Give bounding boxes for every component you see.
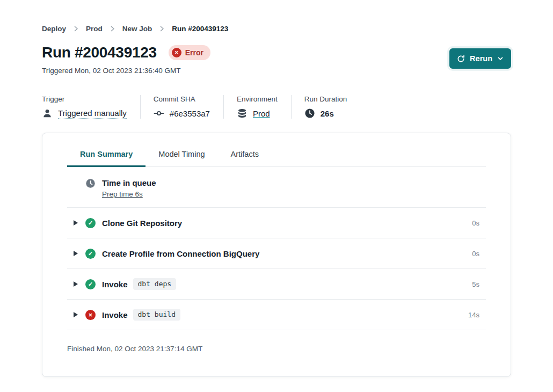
database-icon xyxy=(237,108,248,119)
chevron-right-icon xyxy=(110,26,115,32)
refresh-icon xyxy=(457,55,465,63)
tab-model-timing[interactable]: Model Timing xyxy=(145,142,217,167)
step-row-clone-git[interactable]: Clone Git Repository 0s xyxy=(67,208,486,238)
clock-icon xyxy=(304,108,315,119)
step-duration: 14s xyxy=(468,311,479,319)
triggered-timestamp: Triggered Mon, 02 Oct 2023 21:36:40 GMT xyxy=(42,67,511,75)
step-name: Create Profile from Connection BigQuery xyxy=(102,249,259,258)
caret-right-icon[interactable] xyxy=(74,220,78,226)
chevron-right-icon xyxy=(159,26,164,32)
run-details-strip: Trigger Triggered manually Commit SHA #6… xyxy=(42,95,511,119)
status-badge-label: Error xyxy=(185,48,203,57)
detail-trigger: Trigger Triggered manually xyxy=(42,95,141,119)
step-status-icon xyxy=(85,310,96,320)
rerun-button-label: Rerun xyxy=(470,54,492,63)
breadcrumb-run-current: Run #200439123 xyxy=(172,25,228,33)
detail-label: Trigger xyxy=(42,95,127,103)
detail-environment: Environment Prod xyxy=(237,95,292,119)
run-duration-value: 26s xyxy=(321,109,334,118)
user-icon xyxy=(42,108,53,119)
step-status-icon xyxy=(85,279,96,289)
step-row-dbt-build[interactable]: Invoke dbt build 14s xyxy=(67,300,486,330)
title-row: Run #200439123 Error xyxy=(42,44,511,61)
step-name: Invoke xyxy=(102,280,128,289)
detail-run-duration: Run Duration 26s xyxy=(304,95,361,119)
caret-right-icon[interactable] xyxy=(74,281,78,287)
step-status-icon xyxy=(85,249,96,259)
environment-link[interactable]: Prod xyxy=(253,109,270,118)
clock-icon xyxy=(85,178,96,188)
tab-bar: Run Summary Model Timing Artifacts xyxy=(67,142,486,167)
status-badge: Error xyxy=(169,45,210,60)
step-row-create-profile[interactable]: Create Profile from Connection BigQuery … xyxy=(67,238,486,269)
step-row-dbt-deps[interactable]: Invoke dbt deps 5s xyxy=(67,269,486,300)
detail-label: Environment xyxy=(237,95,278,103)
error-circle-icon xyxy=(172,48,181,57)
step-command-chip: dbt deps xyxy=(133,278,177,290)
step-command-chip: dbt build xyxy=(133,309,180,321)
page-title: Run #200439123 xyxy=(42,44,157,61)
step-name: Clone Git Repository xyxy=(102,219,182,228)
chevron-right-icon xyxy=(74,26,78,32)
step-duration: 0s xyxy=(472,250,479,258)
step-name: Invoke xyxy=(102,310,128,320)
breadcrumb: Deploy Prod New Job Run #200439123 xyxy=(42,25,511,33)
caret-right-icon[interactable] xyxy=(74,251,78,256)
tab-run-summary[interactable]: Run Summary xyxy=(67,142,145,167)
time-in-queue-row: Time in queue Prep time 6s xyxy=(67,167,486,208)
breadcrumb-new-job[interactable]: New Job xyxy=(122,25,152,33)
step-status-icon xyxy=(85,218,96,228)
detail-label: Commit SHA xyxy=(154,95,210,103)
finished-timestamp: Finished Mon, 02 Oct 2023 21:37:14 GMT xyxy=(67,330,486,353)
chevron-down-icon[interactable] xyxy=(497,55,504,62)
step-duration: 0s xyxy=(472,219,479,227)
prep-time-link[interactable]: Prep time 6s xyxy=(102,190,143,198)
run-summary-card: Run Summary Model Timing Artifacts Time … xyxy=(42,133,511,377)
commit-sha-value: #6e3553a7 xyxy=(170,109,210,118)
tab-artifacts[interactable]: Artifacts xyxy=(218,142,272,167)
commit-icon xyxy=(154,108,164,119)
trigger-value[interactable]: Triggered manually xyxy=(58,108,127,119)
detail-commit-sha: Commit SHA #6e3553a7 xyxy=(154,95,224,119)
breadcrumb-deploy[interactable]: Deploy xyxy=(42,25,66,33)
caret-right-icon[interactable] xyxy=(74,312,78,317)
rerun-button[interactable]: Rerun xyxy=(449,48,511,69)
breadcrumb-prod[interactable]: Prod xyxy=(86,25,103,33)
queue-title: Time in queue xyxy=(102,178,156,187)
step-duration: 5s xyxy=(472,280,479,288)
detail-label: Run Duration xyxy=(304,95,347,103)
run-detail-page: Deploy Prod New Job Run #200439123 Run #… xyxy=(0,0,553,377)
